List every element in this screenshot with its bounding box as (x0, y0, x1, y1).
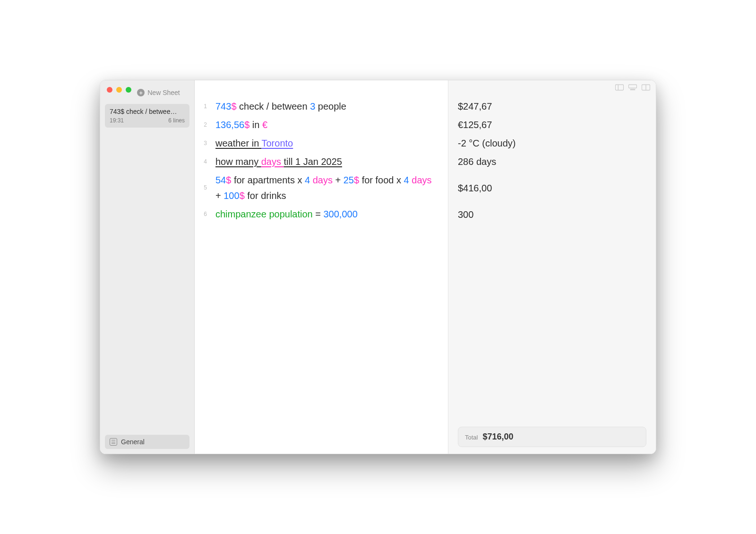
token: weather in (215, 138, 261, 148)
editor-line[interactable]: 2136,56$ in € (195, 116, 437, 134)
plus-circle-icon: + (137, 89, 145, 96)
general-label: General (121, 438, 145, 446)
token: 300,000 (324, 209, 358, 219)
svg-rect-0 (615, 85, 623, 90)
token: $ (231, 101, 236, 112)
line-number: 5 (195, 183, 215, 193)
token: days (261, 156, 284, 167)
token: till 1 Jan 2025 (284, 156, 342, 167)
token: = (313, 209, 324, 219)
token: $ (244, 120, 249, 130)
token: 25 (344, 175, 354, 185)
sheet-title: 743$ check / betwee… (110, 108, 185, 115)
book-icon[interactable] (642, 84, 650, 91)
token: check / between (237, 101, 310, 112)
expression[interactable]: 54$ for apartments x 4 days + 25$ for fo… (215, 172, 437, 204)
sheet-time: 19:31 (110, 117, 124, 124)
line-number: 6 (195, 210, 215, 219)
token: $ (240, 190, 245, 201)
result-value[interactable]: -2 °C (cloudy) (458, 134, 646, 153)
expression[interactable]: 743$ check / between 3 people (215, 99, 437, 114)
line-number: 1 (195, 102, 215, 112)
token: 4 (404, 175, 409, 185)
compact-icon[interactable] (628, 84, 637, 91)
app-window: + New Sheet 743$ check / betwee… 19:31 6… (100, 80, 656, 454)
sidebar: + New Sheet 743$ check / betwee… 19:31 6… (100, 80, 195, 454)
list-icon (110, 438, 117, 446)
result-value[interactable]: $416,00 (458, 171, 646, 206)
line-number: 3 (195, 139, 215, 148)
total-label: Total (465, 434, 478, 441)
result-value[interactable]: €125,67 (458, 116, 646, 134)
token: people (315, 101, 346, 112)
panel-icon[interactable] (615, 84, 624, 91)
token: 100 (223, 190, 239, 201)
token: for apartments x (231, 175, 305, 185)
sheet-item[interactable]: 743$ check / betwee… 19:31 6 lines (105, 104, 189, 128)
token: days (313, 175, 333, 185)
token: days (412, 175, 431, 185)
minimize-icon[interactable] (116, 87, 122, 93)
token: $ (354, 175, 359, 185)
result-value[interactable]: 286 days (458, 153, 646, 171)
total-box[interactable]: Total $716,00 (458, 427, 646, 447)
editor-line[interactable]: 554$ for apartments x 4 days + 25$ for f… (195, 171, 437, 205)
token: € (262, 120, 267, 130)
close-icon[interactable] (107, 87, 112, 93)
expression[interactable]: chimpanzee population = 300,000 (215, 207, 437, 222)
results-pane: $247,67€125,67-2 °C (cloudy)286 days$416… (448, 80, 656, 454)
editor-line[interactable]: 1743$ check / between 3 people (195, 97, 437, 116)
token: 136,56 (215, 120, 244, 130)
view-toolbar (615, 84, 650, 91)
token: for food x (359, 175, 404, 185)
token: in (249, 120, 262, 130)
token: 3 (310, 101, 315, 112)
expression[interactable]: 136,56$ in € (215, 117, 437, 133)
new-sheet-label: New Sheet (147, 89, 180, 96)
token: how many (215, 156, 261, 167)
svg-rect-2 (628, 85, 636, 88)
token: for drinks (245, 190, 286, 201)
token: 4 (305, 175, 310, 185)
sheet-lines: 6 lines (168, 117, 185, 124)
line-number: 2 (195, 121, 215, 130)
total-value: $716,00 (482, 432, 513, 442)
new-sheet-button[interactable]: + New Sheet (128, 89, 189, 101)
editor-line[interactable]: 6chimpanzee population = 300,000 (195, 205, 437, 224)
result-value[interactable]: 300 (458, 206, 646, 224)
token: $ (226, 175, 231, 185)
editor-line[interactable]: 4how many days till 1 Jan 2025 (195, 153, 437, 171)
result-value[interactable]: $247,67 (458, 97, 646, 116)
token: chimpanzee population (215, 209, 313, 219)
token: + (333, 175, 344, 185)
token: 54 (215, 175, 226, 185)
svg-rect-3 (630, 89, 636, 90)
token: + (215, 190, 223, 201)
expression[interactable]: how many days till 1 Jan 2025 (215, 154, 437, 170)
editor-line[interactable]: 3weather in Toronto (195, 134, 437, 153)
general-button[interactable]: General (105, 435, 189, 449)
expression[interactable]: weather in Toronto (215, 136, 437, 151)
token: 743 (215, 101, 231, 112)
line-number: 4 (195, 157, 215, 167)
token: Toronto (261, 138, 293, 148)
editor-pane[interactable]: 1743$ check / between 3 people2136,56$ i… (195, 80, 448, 454)
